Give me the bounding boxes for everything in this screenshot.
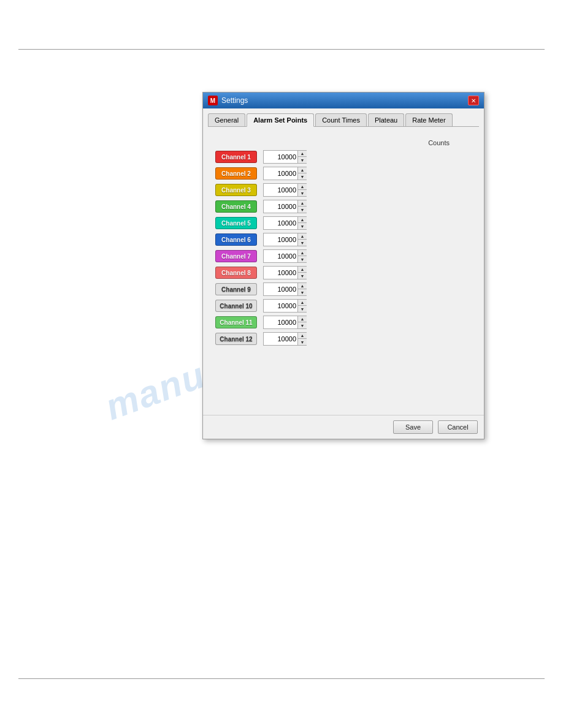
channel-12-increment[interactable]: ▲ — [298, 333, 307, 339]
channel-1-spinner: ▲▼ — [263, 150, 307, 164]
tab-alarm-set-points[interactable]: Alarm Set Points — [247, 113, 314, 127]
channel-row: Channel 8▲▼ — [215, 266, 472, 279]
channel-3-button[interactable]: Channel 3 — [215, 184, 257, 196]
channel-3-increment[interactable]: ▲ — [298, 184, 307, 190]
channel-12-input[interactable] — [264, 333, 297, 345]
channel-8-increment[interactable]: ▲ — [298, 267, 307, 273]
channel-1-button[interactable]: Channel 1 — [215, 151, 257, 163]
channel-10-spinner: ▲▼ — [263, 299, 307, 313]
channel-2-button[interactable]: Channel 2 — [215, 167, 257, 180]
channel-8-decrement[interactable]: ▼ — [298, 273, 307, 279]
channel-7-input[interactable] — [264, 250, 297, 262]
channel-12-button[interactable]: Channel 12 — [215, 333, 257, 345]
channel-row: Channel 10▲▼ — [215, 299, 472, 313]
settings-dialog: M Settings ✕ General Alarm Set Points Co… — [202, 92, 484, 439]
tab-bar: General Alarm Set Points Count Times Pla… — [208, 113, 479, 127]
channel-10-button[interactable]: Channel 10 — [215, 300, 257, 312]
channel-11-button[interactable]: Channel 11 — [215, 316, 257, 328]
channel-7-spinner: ▲▼ — [263, 249, 307, 263]
close-button[interactable]: ✕ — [468, 96, 479, 105]
channel-7-increment[interactable]: ▲ — [298, 250, 307, 256]
channel-11-decrement[interactable]: ▼ — [298, 322, 307, 328]
channel-12-decrement[interactable]: ▼ — [298, 339, 307, 345]
dialog-title: Settings — [221, 96, 248, 105]
dialog-body: General Alarm Set Points Count Times Pla… — [203, 108, 484, 415]
channel-6-decrement[interactable]: ▼ — [298, 240, 307, 246]
channel-5-input[interactable] — [264, 217, 297, 229]
channel-6-input[interactable] — [264, 233, 297, 246]
tab-plateau[interactable]: Plateau — [368, 113, 404, 126]
page-border-top — [18, 49, 545, 50]
channel-row: Channel 2▲▼ — [215, 167, 472, 180]
dialog-footer: Save Cancel — [203, 415, 484, 439]
content-area: Counts Channel 1▲▼Channel 2▲▼Channel 3▲▼… — [208, 134, 479, 410]
channel-6-spinner: ▲▼ — [263, 233, 307, 246]
channel-4-decrement[interactable]: ▼ — [298, 207, 307, 213]
tab-general[interactable]: General — [208, 113, 245, 126]
channel-row: Channel 3▲▼ — [215, 183, 472, 197]
channel-10-decrement[interactable]: ▼ — [298, 306, 307, 312]
channel-3-spinner: ▲▼ — [263, 183, 307, 197]
channel-4-spinner: ▲▼ — [263, 200, 307, 213]
channel-9-decrement[interactable]: ▼ — [298, 289, 307, 295]
channel-2-decrement[interactable]: ▼ — [298, 173, 307, 180]
channel-5-increment[interactable]: ▲ — [298, 217, 307, 223]
channel-6-increment[interactable]: ▲ — [298, 233, 307, 240]
channel-2-input[interactable] — [264, 167, 297, 180]
app-icon: M — [208, 96, 218, 105]
channel-4-increment[interactable]: ▲ — [298, 200, 307, 207]
channel-9-button[interactable]: Channel 9 — [215, 283, 257, 295]
channel-row: Channel 5▲▼ — [215, 216, 472, 230]
channel-7-button[interactable]: Channel 7 — [215, 250, 257, 262]
channel-row: Channel 12▲▼ — [215, 332, 472, 346]
channel-10-increment[interactable]: ▲ — [298, 300, 307, 306]
save-button[interactable]: Save — [393, 420, 433, 434]
channel-4-input[interactable] — [264, 200, 297, 213]
channel-2-spinner: ▲▼ — [263, 167, 307, 180]
channel-6-button[interactable]: Channel 6 — [215, 233, 257, 246]
channel-9-increment[interactable]: ▲ — [298, 283, 307, 289]
counts-header: Counts — [215, 139, 472, 146]
channel-5-decrement[interactable]: ▼ — [298, 223, 307, 229]
channel-9-spinner: ▲▼ — [263, 282, 307, 296]
channel-5-button[interactable]: Channel 5 — [215, 217, 257, 229]
dialog-title-left: M Settings — [208, 96, 248, 105]
channel-8-button[interactable]: Channel 8 — [215, 267, 257, 279]
page-border-bottom — [18, 678, 545, 679]
channel-row: Channel 6▲▼ — [215, 233, 472, 246]
channel-11-spinner: ▲▼ — [263, 316, 307, 329]
channel-8-input[interactable] — [264, 267, 297, 279]
channel-row: Channel 9▲▼ — [215, 282, 472, 296]
tab-rate-meter[interactable]: Rate Meter — [405, 113, 452, 126]
channels-container: Channel 1▲▼Channel 2▲▼Channel 3▲▼Channel… — [215, 150, 472, 346]
channel-4-button[interactable]: Channel 4 — [215, 200, 257, 213]
channel-3-input[interactable] — [264, 184, 297, 196]
channel-5-spinner: ▲▼ — [263, 216, 307, 230]
channel-3-decrement[interactable]: ▼ — [298, 190, 307, 196]
channel-11-increment[interactable]: ▲ — [298, 316, 307, 322]
channel-11-input[interactable] — [264, 316, 297, 328]
channel-1-decrement[interactable]: ▼ — [298, 157, 307, 163]
channel-1-increment[interactable]: ▲ — [298, 151, 307, 157]
cancel-button[interactable]: Cancel — [438, 420, 478, 434]
channel-12-spinner: ▲▼ — [263, 332, 307, 346]
channel-row: Channel 4▲▼ — [215, 200, 472, 213]
dialog-titlebar: M Settings ✕ — [203, 93, 484, 108]
channel-8-spinner: ▲▼ — [263, 266, 307, 279]
channel-1-input[interactable] — [264, 151, 297, 163]
tab-count-times[interactable]: Count Times — [315, 113, 367, 126]
channel-row: Channel 11▲▼ — [215, 316, 472, 329]
channel-row: Channel 7▲▼ — [215, 249, 472, 263]
channel-10-input[interactable] — [264, 300, 297, 312]
channel-7-decrement[interactable]: ▼ — [298, 256, 307, 262]
channel-2-increment[interactable]: ▲ — [298, 167, 307, 173]
channel-row: Channel 1▲▼ — [215, 150, 472, 164]
channel-9-input[interactable] — [264, 283, 297, 295]
